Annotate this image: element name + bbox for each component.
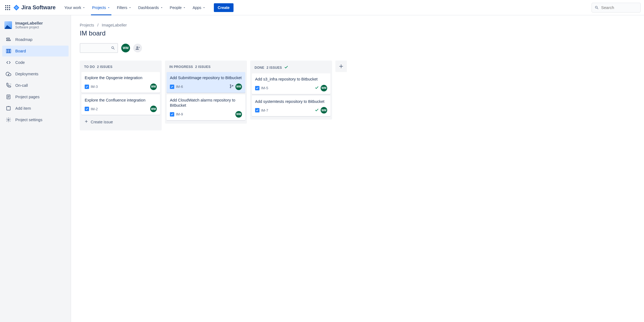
svg-point-21 — [230, 85, 231, 85]
board-column: IN PROGRESS2 ISSUESAdd SubmitImage repos… — [165, 61, 247, 124]
assignee-avatar[interactable]: WM — [321, 107, 327, 114]
sidebar-item-label: Project settings — [15, 118, 42, 122]
issue-title: Explore the Confluence integration — [85, 98, 157, 103]
column-name: TO DO — [84, 65, 95, 69]
column-name: DONE — [255, 66, 264, 70]
svg-rect-12 — [7, 106, 10, 110]
task-type-icon — [170, 112, 174, 117]
nav-projects[interactable]: Projects — [89, 0, 114, 15]
sidebar-item-label: Roadmap — [15, 37, 33, 42]
issue-card[interactable]: Add CloudWatch alarms repository to Bitb… — [167, 94, 245, 120]
project-header[interactable]: ImageLabeller Software project — [0, 21, 71, 34]
svg-rect-4 — [10, 49, 11, 53]
assignee-avatar[interactable]: WM — [235, 84, 242, 90]
sidebar-item-label: Code — [15, 60, 25, 65]
brand-link[interactable]: Jira Software — [13, 4, 56, 11]
breadcrumb-sep: / — [97, 23, 98, 27]
page-title: IM board — [80, 29, 635, 37]
app-switcher-icon — [5, 5, 10, 10]
column-header[interactable]: DONE2 ISSUES — [252, 63, 330, 72]
nav-your-work[interactable]: Your work — [61, 0, 89, 15]
issue-card[interactable]: Explore the Opsgenie integrationIM-3WM — [81, 72, 160, 93]
issue-card[interactable]: Add s3_infra repository to BitbucketIM-5… — [252, 73, 330, 94]
issue-title: Explore the Opsgenie integration — [85, 75, 157, 81]
issue-title: Add s3_infra repository to Bitbucket — [255, 77, 327, 82]
app-switcher-button[interactable] — [3, 3, 12, 12]
chevron-down-icon — [128, 6, 132, 9]
svg-rect-2 — [7, 49, 8, 53]
global-search[interactable] — [592, 3, 641, 13]
nav-dashboards[interactable]: Dashboards — [135, 0, 167, 15]
sidebar-item-project-settings[interactable]: Project settings — [2, 114, 69, 125]
assignee-avatar[interactable]: WM — [235, 111, 242, 118]
add-people-button[interactable] — [133, 44, 142, 52]
sidebar-item-deployments[interactable]: Deployments — [2, 68, 69, 79]
issue-footer: IM-7WM — [255, 107, 327, 114]
nav-filters[interactable]: Filters — [114, 0, 135, 15]
issue-card[interactable]: Add SubmitImage repository to BitbucketI… — [167, 72, 245, 93]
issue-footer: IM-6WM — [170, 84, 242, 90]
assignee-avatar[interactable]: WM — [150, 106, 157, 112]
breadcrumb-current[interactable]: ImageLabeller — [102, 23, 127, 27]
sidebar-item-label: Project pages — [15, 95, 40, 99]
assignee-filter-avatar[interactable]: WM — [121, 44, 130, 52]
sidebar-item-label: Add item — [15, 106, 31, 111]
sidebar-item-label: Board — [15, 49, 26, 53]
pages-icon — [5, 94, 11, 100]
column-name: IN PROGRESS — [169, 65, 193, 69]
board-search[interactable] — [80, 43, 118, 53]
column-header[interactable]: TO DO2 ISSUES — [81, 63, 160, 70]
svg-point-16 — [137, 46, 138, 48]
project-type: Software project — [15, 25, 43, 29]
chevron-down-icon — [183, 6, 186, 9]
nav-apps[interactable]: Apps — [189, 0, 209, 15]
create-issue-button[interactable]: Create issue — [81, 117, 160, 127]
search-icon — [111, 46, 115, 50]
create-button[interactable]: Create — [214, 3, 234, 12]
sidebar-item-roadmap[interactable]: Roadmap — [2, 34, 69, 45]
issue-title: Add systemtests repository to Bitbucket — [255, 99, 327, 105]
add-person-icon — [135, 46, 140, 50]
chevron-down-icon — [107, 6, 110, 9]
column-count: 2 ISSUES — [195, 65, 211, 69]
issue-key: IM-6 — [176, 85, 183, 89]
plus-icon — [338, 64, 344, 69]
breadcrumb-root[interactable]: Projects — [80, 23, 94, 27]
nav-people[interactable]: People — [167, 0, 190, 15]
done-column-check-icon — [284, 65, 288, 70]
done-check-icon — [315, 108, 319, 113]
main-content: Projects / ImageLabeller IM board WM TO … — [71, 15, 644, 322]
board: TO DO2 ISSUESExplore the Opsgenie integr… — [80, 61, 635, 130]
branch-icon — [229, 84, 234, 89]
assignee-avatar[interactable]: WM — [321, 85, 327, 91]
search-icon — [595, 5, 599, 10]
column-count: 2 ISSUES — [267, 66, 282, 70]
issue-card[interactable]: Explore the Confluence integrationIM-2WM — [81, 94, 160, 115]
column-header[interactable]: IN PROGRESS2 ISSUES — [167, 63, 245, 70]
sidebar: ImageLabeller Software project Roadmap B… — [0, 15, 71, 322]
create-issue-label: Create issue — [91, 120, 113, 124]
issue-title: Add SubmitImage repository to Bitbucket — [170, 75, 242, 81]
add-column-button[interactable] — [335, 61, 347, 72]
sidebar-item-code[interactable]: Code — [2, 57, 69, 68]
sidebar-item-on-call[interactable]: On-call — [2, 80, 69, 91]
sidebar-item-board[interactable]: Board — [2, 46, 69, 56]
assignee-avatar[interactable]: WM — [150, 84, 157, 90]
task-type-icon — [170, 85, 174, 89]
project-avatar-icon — [4, 21, 12, 29]
svg-point-5 — [9, 84, 10, 84]
svg-point-7 — [11, 84, 11, 84]
task-type-icon — [255, 86, 259, 90]
sidebar-item-project-pages[interactable]: Project pages — [2, 91, 69, 102]
board-icon — [5, 48, 11, 54]
task-type-icon — [255, 108, 259, 112]
issue-footer: IM-5WM — [255, 85, 327, 91]
board-column: DONE2 ISSUESAdd s3_infra repository to B… — [250, 61, 332, 120]
global-search-input[interactable] — [601, 5, 634, 10]
chevron-down-icon — [202, 6, 206, 9]
nav-label: Dashboards — [138, 5, 159, 10]
issue-card[interactable]: Add systemtests repository to BitbucketI… — [252, 96, 330, 117]
task-type-icon — [85, 85, 89, 89]
issue-footer: IM-3WM — [85, 84, 157, 90]
sidebar-item-add-item[interactable]: Add item — [2, 103, 69, 114]
